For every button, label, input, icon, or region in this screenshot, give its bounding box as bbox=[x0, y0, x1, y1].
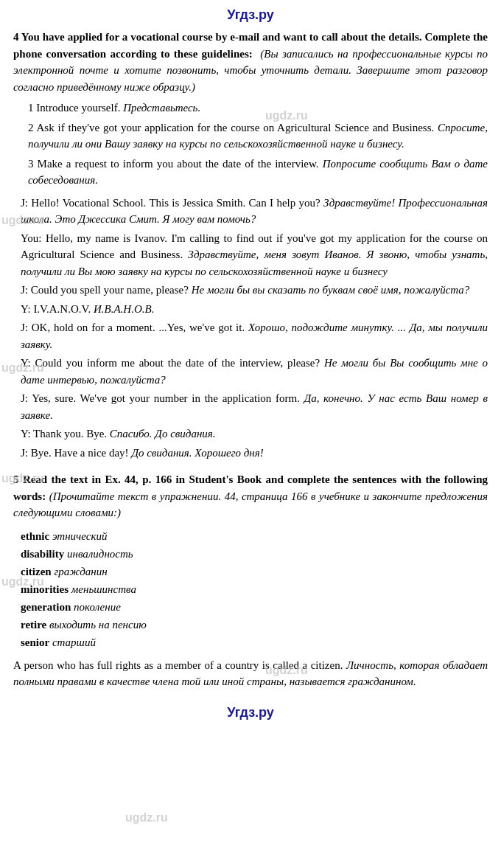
dialogue-line-8: J: Bye. Have a nice day! До свидания. Хо… bbox=[13, 445, 488, 462]
dialogue-line-3: Y: I.V.A.N.O.V. И.В.А.Н.О.В. bbox=[13, 301, 488, 318]
site-title: Угдз.ру bbox=[13, 7, 488, 23]
vocab-russian-1: инвалидность bbox=[67, 548, 133, 560]
dialogue-italic-2: Не могли бы вы сказать по буквам своё им… bbox=[192, 284, 470, 296]
vocab-ethnic: ethnic этнический bbox=[21, 527, 488, 545]
vocab-english-2: citizen bbox=[21, 566, 52, 577]
task5-heading-italic: (Прочитайте текст в упражнении. 44, стра… bbox=[13, 490, 488, 519]
footer-site-title: Угдз.ру bbox=[227, 705, 274, 720]
dialogue-line-7: Y: Thank you. Bye. Спасибо. До свидания. bbox=[13, 426, 488, 442]
vocab-russian-4: поколение bbox=[74, 601, 121, 613]
vocab-russian-5: выходить на пенсию bbox=[49, 619, 147, 631]
vocab-english-5: retire bbox=[21, 619, 46, 631]
vocab-russian-2: гражданин bbox=[54, 566, 107, 577]
vocab-retire: retire выходить на пенсию bbox=[21, 616, 488, 633]
speaker-y-7: Y: bbox=[21, 428, 31, 440]
guideline-3-text: Make a request to inform you about the d… bbox=[38, 158, 319, 170]
guideline-2-text: Ask if they've got your application for … bbox=[37, 122, 435, 133]
guidelines-list: 1 Introduce yourself. Представьтесь. 2 A… bbox=[28, 100, 488, 189]
example-plain: A person who has full rights as a member… bbox=[13, 659, 343, 671]
dialogue-line-4: J: OK, hold on for a moment. ...Yes, we'… bbox=[13, 319, 488, 353]
task-5: 5 Read the text in Ex. 44, p. 166 in Stu… bbox=[13, 471, 488, 690]
dialogue-line-2: J: Could you spell your name, please? Не… bbox=[13, 282, 488, 299]
vocab-english-1: disability bbox=[21, 548, 64, 560]
dialogue-line-6: J: Yes, sure. We've got your number in t… bbox=[13, 390, 488, 423]
vocab-english-0: ethnic bbox=[21, 530, 49, 542]
speaker-j-8: J: bbox=[21, 447, 28, 459]
vocab-minorities: minorities меньшинства bbox=[21, 580, 488, 598]
dialogue-line-0: J: Hello! Vocational School. This is Jes… bbox=[13, 195, 488, 228]
vocab-english-3: minorities bbox=[21, 583, 69, 595]
guideline-1-number: 1 bbox=[28, 102, 36, 114]
vocab-english-6: senior bbox=[21, 636, 49, 648]
guideline-1: 1 Introduce yourself. Представьтесь. bbox=[28, 100, 488, 117]
vocab-russian-6: старший bbox=[52, 636, 96, 648]
guideline-3: 3 Make a request to inform you about the… bbox=[28, 156, 488, 189]
vocab-citizen: citizen гражданин bbox=[21, 563, 488, 580]
vocab-senior: senior старший bbox=[21, 633, 488, 651]
speaker-y-3: Y: bbox=[21, 303, 31, 315]
example-sentence: A person who has full rights as a member… bbox=[13, 657, 488, 690]
vocabulary-list: ethnic этнический disability инвалидност… bbox=[21, 527, 488, 651]
task-4: 4 You have applied for a vocational cour… bbox=[13, 29, 488, 461]
dialogue-line-5: Y: Could you inform me about the date of… bbox=[13, 355, 488, 388]
vocab-russian-3: меньшинства bbox=[71, 583, 136, 595]
guideline-3-number: 3 bbox=[28, 158, 38, 170]
speaker-j-2: J: bbox=[21, 284, 28, 296]
guideline-1-translation: Представьтесь. bbox=[123, 102, 200, 114]
dialogue-block: J: Hello! Vocational School. This is Jes… bbox=[13, 195, 488, 462]
speaker-y-5: Y: bbox=[21, 357, 31, 369]
guideline-2: 2 Ask if they've got your application fo… bbox=[28, 119, 488, 153]
speaker-j-4: J: bbox=[21, 322, 28, 333]
dialogue-italic-8: До свидания. Хорошего дня! bbox=[131, 447, 263, 459]
dialogue-line-1: You: Hello, my name is Ivanov. I'm calli… bbox=[13, 230, 488, 280]
task5-heading: 5 Read the text in Ex. 44, p. 166 in Stu… bbox=[13, 471, 488, 521]
footer-title: Угдз.ру bbox=[13, 705, 488, 721]
guideline-1-text: Introduce yourself. bbox=[36, 102, 120, 114]
dialogue-italic-7: Спасибо. До свидания. bbox=[110, 428, 216, 440]
speaker-j-0: J: bbox=[21, 197, 28, 209]
speaker-you-1: You: bbox=[21, 232, 42, 244]
watermark-7: ugdz.ru bbox=[125, 811, 168, 824]
vocab-english-4: generation bbox=[21, 601, 71, 613]
task4-heading: 4 You have applied for a vocational cour… bbox=[13, 29, 488, 95]
vocab-generation: generation поколение bbox=[21, 598, 488, 616]
guideline-2-number: 2 bbox=[28, 122, 37, 133]
vocab-russian-0: этнический bbox=[52, 530, 107, 542]
vocab-disability: disability инвалидность bbox=[21, 545, 488, 563]
dialogue-italic-3: И.В.А.Н.О.В. bbox=[94, 303, 155, 315]
speaker-j-6: J: bbox=[21, 392, 28, 404]
